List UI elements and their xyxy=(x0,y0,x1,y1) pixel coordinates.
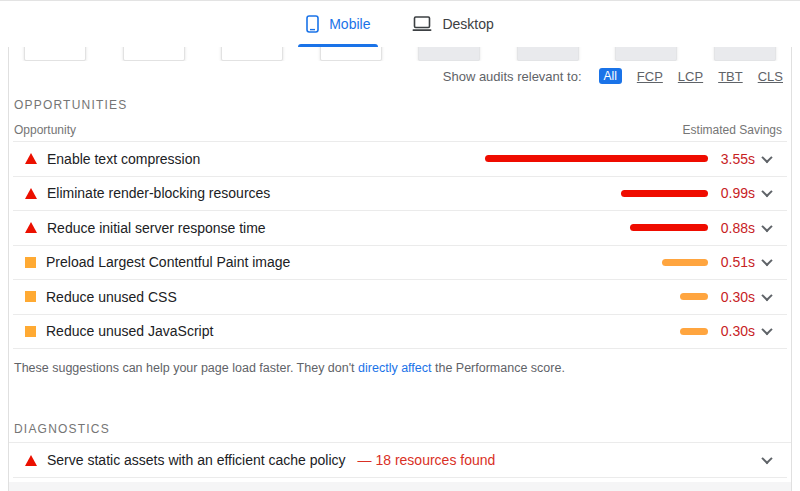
filter-link-tbt[interactable]: TBT xyxy=(718,69,743,84)
opportunity-label: Preload Largest Contentful Paint image xyxy=(46,254,485,270)
chevron-down-icon xyxy=(761,324,772,335)
diagnostics-section-title: DIAGNOSTICS xyxy=(14,422,791,436)
filmstrip-thumbnail xyxy=(24,47,86,61)
chevron-down-icon xyxy=(761,152,772,163)
warning-square-icon xyxy=(25,257,36,268)
opportunity-label: Enable text compression xyxy=(47,151,485,167)
tab-desktop-label: Desktop xyxy=(442,16,493,32)
filter-chip-all[interactable]: All xyxy=(599,68,622,84)
opportunity-label: Reduce initial server response time xyxy=(47,220,485,236)
filmstrip-thumbnail xyxy=(221,47,283,61)
savings-sparkline xyxy=(485,259,708,266)
screenshot-filmstrip xyxy=(9,47,791,61)
opportunity-row-reduce-unused-javascript[interactable]: Reduce unused JavaScript 0.30s xyxy=(13,315,787,350)
opportunity-label: Reduce unused CSS xyxy=(46,289,485,305)
next-row-partial xyxy=(9,482,791,491)
savings-bar xyxy=(680,328,708,335)
savings-sparkline xyxy=(485,190,708,197)
savings-sparkline xyxy=(485,155,708,162)
chevron-down-icon xyxy=(761,255,772,266)
opportunity-row-eliminate-render-blocking[interactable]: Eliminate render-blocking resources 0.99… xyxy=(13,177,787,212)
savings-value: 3.55s xyxy=(708,151,755,167)
savings-value: 0.30s xyxy=(708,289,755,305)
report-container: Show audits relevant to: All FCP LCP TBT… xyxy=(8,47,792,491)
chevron-down-icon xyxy=(761,453,772,464)
expand-row-button[interactable] xyxy=(755,456,779,464)
filmstrip-thumbnail xyxy=(418,47,480,61)
expand-row-button[interactable] xyxy=(755,189,779,197)
opportunity-label: Eliminate render-blocking resources xyxy=(47,185,485,201)
warning-square-icon xyxy=(25,291,36,302)
diagnostic-label: Serve static assets with an efficient ca… xyxy=(47,452,346,468)
savings-sparkline xyxy=(485,293,708,300)
opportunities-column-headers: Opportunity Estimated Savings xyxy=(13,120,787,142)
savings-sparkline xyxy=(485,224,708,231)
opportunities-footnote: These suggestions can help your page loa… xyxy=(14,361,791,376)
expand-row-button[interactable] xyxy=(755,155,779,163)
warning-triangle-icon xyxy=(25,153,37,164)
tab-mobile[interactable]: Mobile xyxy=(294,1,382,47)
expand-row-button[interactable] xyxy=(755,327,779,335)
opportunity-row-enable-text-compression[interactable]: Enable text compression 3.55s xyxy=(13,142,787,177)
filter-link-cls[interactable]: CLS xyxy=(758,69,783,84)
savings-value: 0.99s xyxy=(708,185,755,201)
column-header-opportunity: Opportunity xyxy=(14,123,76,137)
chevron-down-icon xyxy=(761,221,772,232)
opportunity-row-preload-lcp-image[interactable]: Preload Largest Contentful Paint image 0… xyxy=(13,246,787,281)
desktop-monitor-icon xyxy=(412,16,432,32)
filmstrip-thumbnail xyxy=(714,47,776,61)
savings-bar xyxy=(485,155,708,162)
footnote-text: the Performance score. xyxy=(431,361,564,375)
savings-bar xyxy=(680,293,708,300)
tab-mobile-label: Mobile xyxy=(329,16,370,32)
filmstrip-thumbnail xyxy=(615,47,677,61)
warning-triangle-icon xyxy=(25,188,37,199)
column-header-estimated-savings: Estimated Savings xyxy=(683,123,782,137)
chevron-down-icon xyxy=(761,290,772,301)
filter-label: Show audits relevant to: xyxy=(443,69,582,84)
tab-desktop[interactable]: Desktop xyxy=(400,1,505,47)
expand-row-button[interactable] xyxy=(755,258,779,266)
filter-link-fcp[interactable]: FCP xyxy=(637,69,663,84)
diagnostic-row-cache-policy[interactable]: Serve static assets with an efficient ca… xyxy=(13,443,787,478)
opportunities-section-title: OPPORTUNITIES xyxy=(14,98,791,112)
savings-value: 0.88s xyxy=(708,220,755,236)
expand-row-button[interactable] xyxy=(755,224,779,232)
diagnostic-detail: — 18 resources found xyxy=(358,452,496,468)
warning-triangle-icon xyxy=(25,455,37,466)
savings-value: 0.51s xyxy=(708,254,755,270)
savings-sparkline xyxy=(485,328,708,335)
opportunity-row-reduce-unused-css[interactable]: Reduce unused CSS 0.30s xyxy=(13,280,787,315)
mobile-phone-icon xyxy=(306,15,319,33)
chevron-down-icon xyxy=(761,186,772,197)
filter-link-lcp[interactable]: LCP xyxy=(678,69,703,84)
savings-value: 0.30s xyxy=(708,323,755,339)
filmstrip-thumbnail xyxy=(123,47,185,61)
savings-bar xyxy=(621,190,708,197)
filmstrip-thumbnail xyxy=(517,47,579,61)
opportunity-row-reduce-server-response[interactable]: Reduce initial server response time 0.88… xyxy=(13,211,787,246)
footnote-text: These suggestions can help your page loa… xyxy=(14,361,358,375)
directly-affect-link[interactable]: directly affect xyxy=(358,361,431,375)
audit-filter-row: Show audits relevant to: All FCP LCP TBT… xyxy=(9,63,791,89)
device-tabbar: Mobile Desktop xyxy=(0,0,800,47)
warning-triangle-icon xyxy=(25,222,37,233)
expand-row-button[interactable] xyxy=(755,293,779,301)
filmstrip-thumbnail xyxy=(320,47,382,61)
opportunity-label: Reduce unused JavaScript xyxy=(46,323,485,339)
savings-bar xyxy=(630,224,708,231)
warning-square-icon xyxy=(25,326,36,337)
savings-bar xyxy=(662,259,708,266)
